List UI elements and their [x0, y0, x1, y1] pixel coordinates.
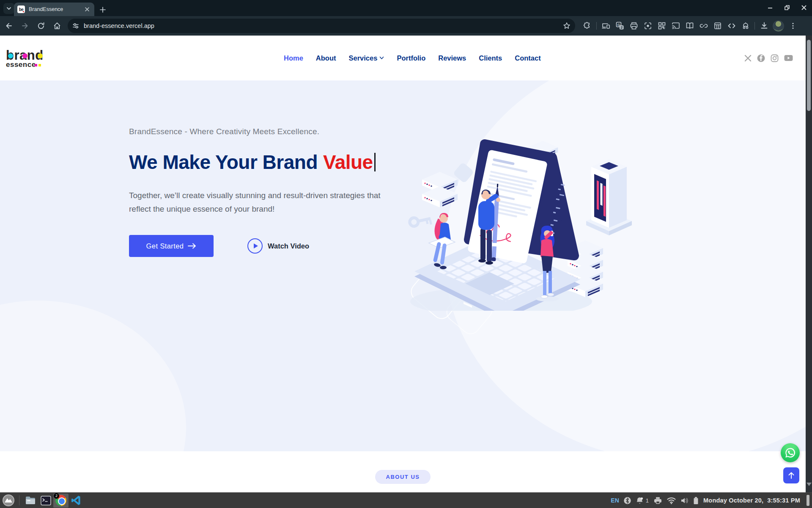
main-navigation: Home About Services Portfolio Reviews Cl…	[284, 36, 541, 80]
restore-icon	[784, 5, 790, 11]
hero-illustration	[402, 133, 647, 311]
minimize-button[interactable]	[765, 2, 776, 13]
show-desktop-button[interactable]	[807, 495, 809, 506]
arrow-up-icon	[788, 472, 795, 479]
instagram-icon[interactable]	[771, 54, 779, 62]
scrollbar-thumb[interactable]	[807, 40, 811, 111]
print-icon	[629, 21, 639, 30]
hero-section: BrandEssence - Where Creativity Meets Ex…	[0, 80, 806, 451]
nav-contact[interactable]: Contact	[515, 54, 540, 62]
tab-search-button[interactable]	[3, 3, 14, 14]
screen: be BrandEssence brand-essence.vercel.app	[0, 0, 812, 508]
printer-icon[interactable]	[653, 497, 662, 504]
get-started-button[interactable]: Get Started	[129, 235, 214, 257]
downloads-button[interactable]	[757, 19, 771, 33]
close-window-button[interactable]	[798, 2, 809, 13]
terminal-icon	[41, 496, 51, 505]
hero-heading-accent: Value	[323, 151, 373, 174]
minimize-icon	[767, 5, 773, 11]
scroll-to-top-button[interactable]	[783, 467, 799, 483]
social-links	[744, 36, 793, 80]
volume-icon[interactable]	[680, 497, 689, 504]
home-button[interactable]	[50, 19, 64, 33]
kebab-menu-icon	[789, 22, 797, 30]
notification-count: 1	[646, 497, 649, 504]
whatsapp-button[interactable]	[781, 443, 800, 462]
translate-icon: G	[615, 21, 625, 30]
server-tower	[586, 159, 632, 235]
nav-services[interactable]: Services	[349, 54, 384, 62]
vscode-button[interactable]	[69, 494, 84, 508]
hero-tagline: BrandEssence - Where Creativity Meets Ex…	[129, 127, 408, 136]
profile-avatar[interactable]	[773, 20, 784, 32]
file-manager-button[interactable]	[23, 494, 38, 508]
cast-icon	[671, 21, 680, 30]
notifications-icon[interactable]	[636, 497, 644, 505]
site-logo[interactable]: brand essence	[5, 46, 56, 71]
taskbar-time: 3:55:31 PM	[767, 497, 800, 504]
table-extension-button[interactable]	[710, 19, 724, 33]
print-button[interactable]	[627, 19, 641, 33]
chrome-taskbar-button[interactable]: 2	[53, 494, 69, 508]
battery-icon[interactable]	[693, 497, 699, 505]
tab-close-button[interactable]	[83, 6, 91, 13]
code-extension-button[interactable]	[724, 19, 738, 33]
restore-button[interactable]	[782, 2, 793, 13]
forward-button[interactable]	[18, 19, 32, 33]
site-settings-icon[interactable]	[72, 22, 80, 30]
about-badge: ABOUT US	[375, 470, 431, 484]
reading-list-icon	[685, 21, 694, 30]
chevron-down-icon	[379, 56, 384, 60]
plus-icon	[99, 6, 106, 13]
crawler-extension-button[interactable]	[738, 19, 752, 33]
page-scrollbar[interactable]	[806, 36, 812, 492]
qr-code-button[interactable]	[655, 19, 669, 33]
forward-icon	[21, 22, 29, 30]
about-section: ABOUT US Brand Essence	[0, 451, 806, 492]
distro-logo-icon	[2, 494, 15, 507]
scrollbar-down-arrow[interactable]	[807, 483, 812, 486]
extensions-button[interactable]	[580, 19, 594, 33]
system-tray: EN 1 Monday October 20, 3:55:31 PM	[611, 495, 812, 506]
bookmark-star-icon[interactable]	[562, 22, 571, 30]
applications-menu-button[interactable]	[1, 493, 16, 508]
translate-button[interactable]: G	[613, 19, 627, 33]
cast-button[interactable]	[669, 19, 683, 33]
address-bar[interactable]: brand-essence.vercel.app	[68, 19, 575, 33]
back-button[interactable]	[2, 19, 16, 33]
whatsapp-icon	[785, 447, 796, 458]
nav-reviews[interactable]: Reviews	[438, 54, 466, 62]
terminal-button[interactable]	[38, 494, 53, 508]
link-icon	[699, 21, 708, 30]
reading-list-button[interactable]	[683, 19, 697, 33]
nav-clients[interactable]: Clients	[479, 54, 502, 62]
play-icon[interactable]	[247, 238, 263, 254]
svg-text:essence: essence	[6, 61, 36, 69]
url-text[interactable]: brand-essence.vercel.app	[84, 22, 562, 29]
taskbar-date: Monday October 20,	[703, 497, 763, 504]
taskbar-clock[interactable]: Monday October 20, 3:55:31 PM	[703, 497, 800, 504]
youtube-icon[interactable]	[784, 55, 793, 61]
screenshot-button[interactable]	[641, 19, 655, 33]
bluetooth-icon[interactable]	[624, 497, 631, 505]
watch-video-button[interactable]: Watch Video	[247, 238, 309, 254]
copy-link-button[interactable]	[697, 19, 710, 33]
close-icon	[85, 7, 90, 12]
facebook-icon[interactable]	[757, 54, 765, 62]
window-controls	[765, 2, 809, 14]
devices-button[interactable]	[599, 19, 613, 33]
nav-portfolio[interactable]: Portfolio	[397, 54, 425, 62]
site-favicon: be	[17, 6, 25, 13]
language-indicator[interactable]: EN	[611, 497, 619, 504]
browser-tab-strip: be BrandEssence	[0, 0, 812, 16]
reload-icon	[37, 22, 45, 30]
browser-menu-button[interactable]	[786, 19, 800, 33]
nav-home[interactable]: Home	[284, 54, 303, 62]
nav-about[interactable]: About	[316, 54, 336, 62]
new-tab-button[interactable]	[97, 4, 108, 15]
reload-button[interactable]	[34, 19, 48, 33]
x-icon[interactable]	[744, 55, 752, 62]
wifi-icon[interactable]	[667, 497, 676, 504]
hero-heading: We Make Your Brand Value	[129, 151, 408, 174]
browser-tab[interactable]: be BrandEssence	[14, 3, 94, 16]
